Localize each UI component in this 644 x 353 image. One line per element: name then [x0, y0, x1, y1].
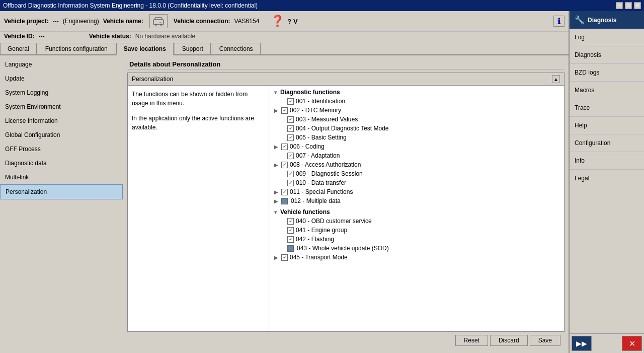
checkbox-012[interactable] — [281, 198, 288, 204]
content-area: Language Update System Logging System En… — [0, 55, 569, 353]
checkbox-011[interactable] — [281, 189, 288, 195]
expand-arrow-vehicle: ▾ — [272, 209, 278, 215]
item-label-003: 003 - Measured Values — [296, 116, 358, 123]
collapse-button[interactable]: ▲ — [552, 75, 560, 83]
vehicle-project-label: Vehicle project: — [4, 18, 49, 25]
close-button[interactable]: ✕ — [634, 2, 641, 9]
checkbox-042[interactable] — [287, 236, 294, 243]
save-button[interactable]: Save — [530, 335, 560, 346]
main-content: Details about Personalization Personaliz… — [123, 55, 569, 353]
item-label-042: 042 - Flashing — [296, 236, 334, 243]
left-nav: Language Update System Logging System En… — [0, 55, 123, 353]
right-nav-log[interactable]: Log — [570, 29, 644, 46]
checkbox-009[interactable] — [287, 171, 294, 177]
nav-license-information[interactable]: License Information — [0, 114, 123, 128]
tree-item-010[interactable]: 010 - Data transfer — [271, 178, 562, 187]
diagnosis-icon: 🔧 — [575, 15, 585, 25]
tree-item-007[interactable]: 007 - Adaptation — [271, 151, 562, 160]
help-warning-button[interactable]: ❓ — [269, 13, 285, 29]
group-diagnostic-functions[interactable]: ▾ Diagnostic functions — [271, 88, 562, 97]
checkbox-008[interactable] — [281, 162, 288, 168]
nav-system-logging[interactable]: System Logging — [0, 86, 123, 100]
info-icon-button[interactable]: ℹ — [553, 16, 565, 27]
vehicle-icon-button[interactable] — [149, 14, 168, 28]
tab-general[interactable]: General — [0, 43, 37, 54]
group-vehicle-functions[interactable]: ▾ Vehicle functions — [271, 207, 562, 217]
checkbox-005[interactable] — [287, 134, 294, 141]
tab-functions-configuration[interactable]: Functions configuration — [38, 43, 115, 54]
stop-button[interactable]: ✕ — [622, 336, 642, 351]
checkbox-007[interactable] — [287, 153, 294, 159]
vehicle-id-value: --- — [39, 33, 45, 40]
group-vehicle-label: Vehicle functions — [280, 208, 330, 216]
nav-update[interactable]: Update — [0, 72, 123, 86]
nav-personalization[interactable]: Personalization — [0, 184, 123, 199]
personalization-label: Personalization — [132, 76, 173, 83]
right-nav-diagnosis[interactable]: Diagnosis — [570, 46, 644, 64]
tree-item-042[interactable]: 042 - Flashing — [271, 235, 562, 244]
right-nav-info[interactable]: Info — [570, 152, 644, 170]
tree-item-001[interactable]: 001 - Identification — [271, 97, 562, 106]
tree-item-040[interactable]: 040 - OBD customer service — [271, 217, 562, 226]
right-nav-trace[interactable]: Trace — [570, 99, 644, 117]
discard-button[interactable]: Discard — [490, 335, 528, 346]
vehicle-connection-label: Vehicle connection: — [174, 18, 230, 25]
tree-item-008[interactable]: ▶ 008 - Access Authorization — [271, 160, 562, 169]
checkbox-045[interactable] — [281, 254, 288, 261]
tree-item-012[interactable]: ▶ 012 - Multiple data — [271, 196, 562, 205]
nav-language[interactable]: Language — [0, 57, 123, 72]
tree-item-003[interactable]: 003 - Measured Values — [271, 115, 562, 124]
checkbox-043[interactable] — [287, 245, 294, 252]
reset-button[interactable]: Reset — [455, 335, 488, 346]
item-label-005: 005 - Basic Setting — [296, 134, 347, 141]
forward-button[interactable]: ▶▶ — [572, 336, 592, 351]
nav-system-environment[interactable]: System Environment — [0, 100, 123, 114]
vehicle-connection-value: VAS6154 — [234, 18, 260, 25]
maximize-button[interactable]: □ — [625, 2, 632, 9]
left-panel: Vehicle project: --- (Engineering) Vehic… — [0, 11, 569, 353]
engineering-label: (Engineering) — [63, 18, 99, 25]
checkbox-003[interactable] — [287, 116, 294, 123]
checkbox-002[interactable] — [281, 107, 288, 114]
svg-point-2 — [160, 24, 162, 26]
item-label-040: 040 - OBD customer service — [296, 218, 372, 225]
right-nav-macros[interactable]: Macros — [570, 82, 644, 99]
right-nav-bzd-logs[interactable]: BZD logs — [570, 64, 644, 82]
svg-point-1 — [155, 24, 157, 26]
right-nav-configuration[interactable]: Configuration — [570, 134, 644, 152]
tab-save-locations[interactable]: Save locations — [116, 43, 174, 55]
tab-connections[interactable]: Connections — [212, 43, 261, 54]
tree-item-009[interactable]: 009 - Diagnostic Session — [271, 169, 562, 178]
checkbox-001[interactable] — [287, 98, 294, 105]
nav-diagnostic-data[interactable]: Diagnostic data — [0, 156, 123, 170]
tree-item-006[interactable]: ▶ 006 - Coding — [271, 142, 562, 151]
tree-pane[interactable]: ▾ Diagnostic functions 001 - Identificat… — [269, 86, 564, 331]
description-text-1: The functions can be shown or hidden fro… — [132, 90, 265, 108]
tree-item-004[interactable]: 004 - Output Diagnostic Test Mode — [271, 124, 562, 133]
nav-global-configuration[interactable]: Global Configuration — [0, 128, 123, 142]
tree-item-005[interactable]: 005 - Basic Setting — [271, 133, 562, 142]
item-label-012: 012 - Multiple data — [291, 197, 341, 204]
tab-support[interactable]: Support — [175, 43, 211, 54]
tree-item-011[interactable]: ▶ 011 - Special Functions — [271, 187, 562, 196]
checkbox-004[interactable] — [287, 125, 294, 132]
tree-item-002[interactable]: ▶ 002 - DTC Memory — [271, 106, 562, 115]
help-text: ? V — [287, 18, 297, 25]
checkbox-010[interactable] — [287, 180, 294, 186]
nav-gff-process[interactable]: GFF Process — [0, 142, 123, 156]
minimize-button[interactable]: ─ — [616, 2, 623, 9]
checkbox-040[interactable] — [287, 218, 294, 225]
item-label-006: 006 - Coding — [290, 143, 325, 150]
checkbox-041[interactable] — [287, 227, 294, 234]
tree-item-041[interactable]: 041 - Engine group — [271, 226, 562, 235]
right-nav-legal[interactable]: Legal — [570, 170, 644, 187]
tree-item-043[interactable]: 043 - Whole vehicle update (SOD) — [271, 244, 562, 253]
personalization-body: The functions can be shown or hidden fro… — [128, 86, 564, 331]
tree-item-045[interactable]: ▶ 045 - Transport Mode — [271, 253, 562, 262]
expand-arrow-diagnostic: ▾ — [272, 90, 278, 95]
svg-rect-0 — [153, 20, 164, 25]
right-nav-help[interactable]: Help — [570, 117, 644, 134]
checkbox-006[interactable] — [281, 144, 288, 150]
nav-multi-link[interactable]: Multi-link — [0, 170, 123, 184]
description-pane: The functions can be shown or hidden fro… — [128, 86, 269, 331]
